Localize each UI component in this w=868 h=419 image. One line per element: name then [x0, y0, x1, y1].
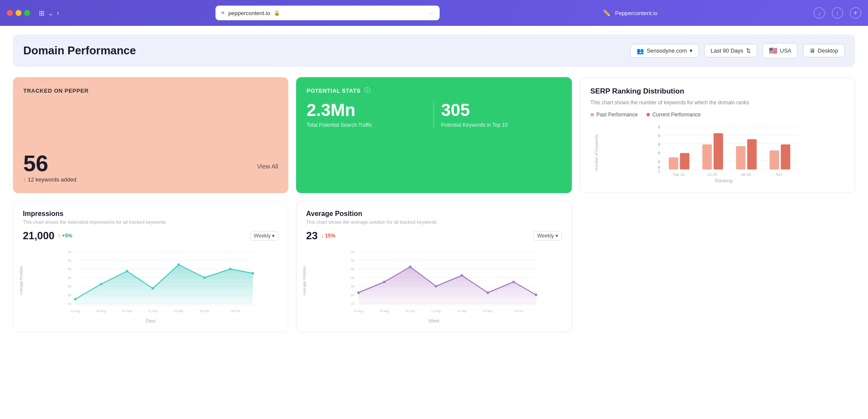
back-icon[interactable]: ‹: [57, 9, 59, 17]
avg-position-frequency[interactable]: Weekly ▾: [533, 231, 562, 241]
svg-text:20: 20: [351, 293, 355, 297]
minimize-button[interactable]: [16, 10, 22, 16]
avg-position-line-chart: 70 60 50 40 30 20 10: [325, 245, 562, 314]
view-all-link[interactable]: View All: [257, 163, 278, 170]
chevron-down-icon[interactable]: ⌄: [48, 9, 53, 17]
impressions-frequency[interactable]: Weekly ▾: [250, 231, 278, 241]
svg-point-77: [383, 281, 386, 283]
svg-text:0: 0: [658, 142, 660, 147]
address-bar[interactable]: ✕ peppercontent.io 🔒 ···: [215, 6, 440, 20]
keywords-added: ↑ 12 keywords added: [23, 176, 76, 183]
tracked-count: 56: [23, 150, 76, 176]
svg-text:0: 0: [658, 125, 660, 129]
svg-marker-75: [359, 267, 536, 306]
svg-text:60: 60: [351, 259, 355, 263]
svg-point-79: [435, 285, 437, 288]
more-icon[interactable]: ···: [430, 10, 434, 16]
svg-text:04 Sep: 04 Sep: [406, 310, 415, 313]
traffic-num: 2.3Mn: [306, 100, 427, 119]
svg-point-82: [512, 281, 515, 283]
page-content: Domain Performance 👥 Sensodyne.com ▾ Las…: [0, 26, 868, 419]
svg-rect-24: [747, 139, 756, 169]
device-selector[interactable]: 🖥 Desktop: [803, 44, 845, 57]
favicon-icon: ✕: [221, 10, 225, 16]
impressions-desc: This chart shows the estimated impressio…: [23, 219, 278, 225]
impressions-stats-row: 21,000 ↑ +5% Weekly ▾: [23, 230, 278, 242]
tracked-label: TRACKED ON PEPPER: [23, 88, 278, 94]
svg-point-46: [74, 298, 77, 300]
avg-position-y-label: Average Position: [302, 266, 306, 295]
new-tab-icon[interactable]: +: [850, 7, 861, 19]
domain-selector[interactable]: 👥 Sensodyne.com ▾: [630, 44, 699, 58]
header-controls: 👥 Sensodyne.com ▾ Last 90 Days ⇅ 🇺🇸 USA …: [630, 43, 845, 58]
impressions-x-label: Days: [23, 319, 278, 323]
svg-rect-19: [668, 157, 678, 169]
svg-text:02 Oct: 02 Oct: [515, 310, 524, 313]
svg-text:10: 10: [68, 302, 72, 306]
keywords-stat: 305 Potential Keywords in Top 10: [434, 100, 561, 128]
svg-point-78: [409, 266, 412, 268]
sidebar-icon[interactable]: ⊞: [39, 9, 44, 17]
tab-title: Peppercontent.io: [615, 10, 657, 16]
current-dot: [646, 113, 650, 116]
svg-text:Top 10: Top 10: [673, 172, 684, 177]
svg-point-52: [229, 268, 232, 270]
arrow-up-icon: ↑: [23, 176, 26, 183]
sort-icon: ⇅: [746, 47, 751, 54]
svg-text:04 Sep: 04 Sep: [122, 310, 132, 313]
svg-text:28 Aug: 28 Aug: [380, 310, 389, 313]
traffic-label: Total Potential Search Traffic: [306, 122, 427, 128]
down-arrow-icon: ↓: [321, 233, 324, 239]
legend-past: Past Performance: [590, 112, 638, 118]
share-icon[interactable]: ↑: [832, 7, 843, 19]
potential-header: POTENTIAL STATS ⓘ: [306, 87, 561, 94]
svg-text:11 Sep: 11 Sep: [148, 310, 158, 313]
users-icon: 👥: [637, 47, 644, 54]
tab-peppercontent[interactable]: Peppercontent.io: [615, 10, 657, 16]
info-icon: ⓘ: [364, 87, 370, 94]
url-text: peppercontent.io: [228, 10, 270, 16]
svg-text:20: 20: [68, 293, 72, 297]
avg-position-chart-wrapper: Average Position 70 60 50 40 30 20 10: [306, 245, 562, 316]
svg-text:21 Aug: 21 Aug: [71, 310, 80, 313]
svg-text:70: 70: [351, 250, 355, 254]
download-icon[interactable]: ↓: [814, 7, 825, 19]
svg-text:70: 70: [68, 250, 72, 254]
serp-card: SERP Ranking Distribution This chart sho…: [580, 77, 855, 193]
avg-position-title: Average Position: [306, 210, 562, 218]
keywords-added-text: 12 keywords added: [28, 176, 77, 183]
svg-text:50: 50: [351, 267, 355, 271]
svg-point-53: [252, 272, 254, 275]
browser-actions: ↓ ↑ +: [814, 7, 861, 19]
avg-position-card: Average Position This chart shows the av…: [296, 201, 571, 332]
svg-text:25 Sep: 25 Sep: [174, 310, 184, 313]
svg-text:28 Aug: 28 Aug: [97, 310, 106, 313]
svg-point-49: [152, 287, 154, 290]
svg-point-83: [535, 294, 537, 296]
impressions-value: 21,000: [23, 230, 54, 242]
svg-text:0: 0: [658, 134, 660, 138]
potential-label: POTENTIAL STATS: [306, 88, 360, 94]
lock-icon: 🔒: [274, 10, 280, 16]
svg-point-76: [357, 291, 360, 294]
svg-text:02 Oct: 02 Oct: [231, 310, 240, 313]
serp-chart: 7 0 5 0 4 0 3 0 2 0 1 0 0: [590, 122, 844, 183]
svg-point-80: [461, 274, 463, 277]
svg-text:0: 0: [658, 151, 660, 155]
svg-text:0: 0: [658, 165, 660, 169]
fullscreen-button[interactable]: [24, 10, 30, 16]
potential-stats: 2.3Mn Total Potential Search Traffic 305…: [306, 100, 561, 128]
desktop-icon: 🖥: [809, 47, 815, 54]
svg-point-50: [178, 263, 180, 266]
potential-stats-card: POTENTIAL STATS ⓘ 2.3Mn Total Potential …: [296, 77, 571, 193]
svg-rect-23: [736, 146, 745, 169]
svg-text:60: 60: [68, 259, 72, 263]
country-selector[interactable]: 🇺🇸 USA: [762, 43, 798, 58]
svg-text:11 Sep: 11 Sep: [431, 310, 441, 313]
browser-chrome: ⊞ ⌄ ‹ ✕ peppercontent.io 🔒 ··· ✏️ Pepper…: [0, 0, 868, 26]
svg-point-51: [203, 276, 206, 279]
close-button[interactable]: [7, 10, 13, 16]
date-range-selector[interactable]: Last 90 Days ⇅: [704, 44, 757, 57]
svg-text:0: 0: [658, 169, 660, 174]
svg-text:40: 40: [68, 276, 72, 280]
